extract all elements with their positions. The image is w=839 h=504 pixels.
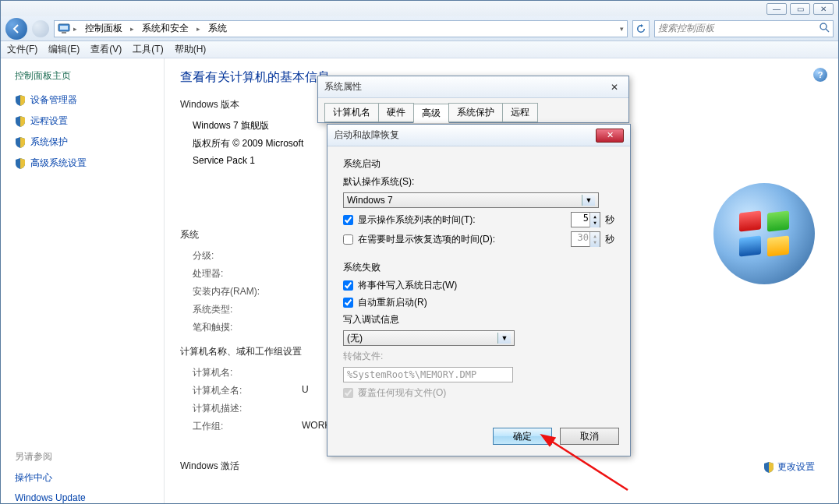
change-settings-link[interactable]: 更改设置 [763,460,815,474]
search-input[interactable]: 搜索控制面板 [654,20,834,37]
label-full-name: 计算机全名: [193,384,302,397]
group-system-startup: 系统启动 默认操作系统(S): Windows 7 ▼ 显示操作系统列表的时间(… [343,157,614,247]
ok-button[interactable]: 确定 [493,428,552,445]
maximize-button[interactable]: ▭ [790,3,810,15]
label-system-type: 系统类型: [193,303,302,316]
shield-icon [763,462,774,473]
spinner-recovery-time: 30 [571,231,600,247]
label-pen-touch: 笔和触摸: [193,321,302,334]
label-dump-file: 转储文件: [343,350,383,363]
menu-file[interactable]: 文件(F) [7,43,37,56]
seealso-action-center[interactable]: 操作中心 [15,471,150,485]
menu-view[interactable]: 查看(V) [90,43,122,56]
svg-point-3 [820,23,827,30]
unit-seconds: 秒 [605,213,614,227]
label-processor: 处理器: [193,267,302,280]
edition-value: Windows 7 旗舰版 [193,119,269,132]
tab-advanced[interactable]: 高级 [413,104,449,123]
label-rating: 分级: [193,249,302,263]
label-show-os-list: 显示操作系统列表的时间(T): [358,213,476,227]
system-properties-dialog: 系统属性 ✕ 计算机名 硬件 高级 系统保护 远程 [317,76,629,123]
address-bar: ▸ 控制面板 ▸ 系统和安全 ▸ 系统 ▾ 搜索控制面板 [1,16,838,41]
label-auto-restart: 自动重新启动(R) [358,296,427,309]
label-computer-name: 计算机名: [193,366,302,379]
close-button[interactable]: ✕ [813,3,834,15]
unit-seconds: 秒 [605,233,614,246]
label-default-os: 默认操作系统(S): [343,175,414,189]
startup-close-button[interactable]: ✕ [596,129,624,143]
checkbox-write-log[interactable] [343,280,353,291]
nav-forward-button[interactable] [32,20,49,37]
dump-file-input: %SystemRoot%\MEMORY.DMP [343,367,513,382]
tab-remote[interactable]: 远程 [502,103,538,122]
checkbox-overwrite [343,388,353,398]
startup-titlebar[interactable]: 启动和故障恢复 ✕ [327,125,630,146]
label-write-log: 将事件写入系统日志(W) [358,279,457,292]
chevron-right-icon: ▸ [196,25,200,33]
svg-line-4 [826,29,829,32]
group-title-failure: 系统失败 [343,261,614,274]
spinner-os-list-time[interactable]: 5 [571,212,600,227]
label-workgroup: 工作组: [193,420,302,433]
default-os-combo[interactable]: Windows 7 ▼ [343,192,599,208]
sidebar-advanced-settings[interactable]: 高级系统设置 [15,157,150,170]
label-overwrite: 覆盖任何现有文件(O) [358,386,446,400]
group-title-startup: 系统启动 [343,157,614,171]
sidebar-system-protection[interactable]: 系统保护 [15,136,150,149]
chevron-right-icon: ▸ [130,25,134,33]
shield-icon [15,95,26,106]
debug-info-combo[interactable]: (无) ▼ [343,330,515,346]
crumb-control-panel[interactable]: 控制面板 [80,21,127,37]
seealso-windows-update[interactable]: Windows Update [15,492,150,503]
minimize-button[interactable]: — [766,3,787,15]
menu-edit[interactable]: 编辑(E) [48,43,80,56]
sysprop-tabs: 计算机名 硬件 高级 系统保护 远程 [318,98,628,122]
shield-icon [15,116,26,127]
chevron-down-icon: ▼ [582,195,595,206]
menu-bar: 文件(F) 编辑(E) 查看(V) 工具(T) 帮助(H) [1,41,838,58]
chevron-down-icon: ▼ [497,333,511,344]
crumb-system-security[interactable]: 系统和安全 [137,21,193,37]
sysprop-title: 系统属性 [324,80,362,93]
label-debug-info: 写入调试信息 [343,313,399,326]
shield-icon [15,137,26,148]
value-full-name: U [302,384,309,397]
copyright-value: 版权所有 © 2009 Microsoft [193,137,303,150]
windows-logo-icon [713,183,815,284]
svg-rect-1 [60,26,68,30]
breadcrumb[interactable]: ▸ 控制面板 ▸ 系统和安全 ▸ 系统 ▾ [54,20,628,37]
checkbox-show-recovery[interactable] [343,234,353,245]
cancel-button[interactable]: 取消 [560,428,619,445]
control-panel-home-link[interactable]: 控制面板主页 [15,69,150,83]
chevron-down-icon[interactable]: ▾ [620,25,624,33]
checkbox-auto-restart[interactable] [343,298,353,308]
sysprop-close-icon[interactable]: ✕ [607,81,622,93]
help-icon[interactable]: ? [813,68,827,82]
crumb-system[interactable]: 系统 [204,21,232,37]
group-system-failure: 系统失败 将事件写入系统日志(W) 自动重新启动(R) 写入调试信息 (无) ▼… [343,261,614,400]
label-ram: 安装内存(RAM): [193,285,302,298]
chevron-right-icon: ▸ [73,25,77,33]
nav-back-button[interactable] [5,18,27,40]
svg-rect-2 [62,32,66,33]
refresh-button[interactable] [632,20,650,37]
section-activation: Windows 激活 [180,460,815,473]
menu-tools[interactable]: 工具(T) [133,43,163,56]
label-description: 计算机描述: [193,402,302,415]
tab-system-protection[interactable]: 系统保护 [448,103,503,122]
shield-icon [15,158,26,169]
startup-recovery-dialog: 启动和故障恢复 ✕ 系统启动 默认操作系统(S): Windows 7 ▼ 显示… [327,124,631,456]
see-also-heading: 另请参阅 [15,450,150,463]
menu-help[interactable]: 帮助(H) [175,43,207,56]
computer-icon [58,23,70,35]
sidebar-device-manager[interactable]: 设备管理器 [15,93,150,107]
sidebar-remote-settings[interactable]: 远程设置 [15,115,150,128]
sysprop-titlebar[interactable]: 系统属性 ✕ [318,76,628,98]
service-pack-value: Service Pack 1 [193,155,255,166]
checkbox-show-os-list[interactable] [343,215,353,225]
tab-computer-name[interactable]: 计算机名 [324,103,379,122]
search-placeholder: 搜索控制面板 [658,22,714,35]
tab-hardware[interactable]: 硬件 [378,103,414,122]
sidebar: 控制面板主页 设备管理器 远程设置 系统保护 高级系统设置 另请参阅 操作中心 … [1,58,165,503]
window-titlebar: — ▭ ✕ [1,1,838,16]
